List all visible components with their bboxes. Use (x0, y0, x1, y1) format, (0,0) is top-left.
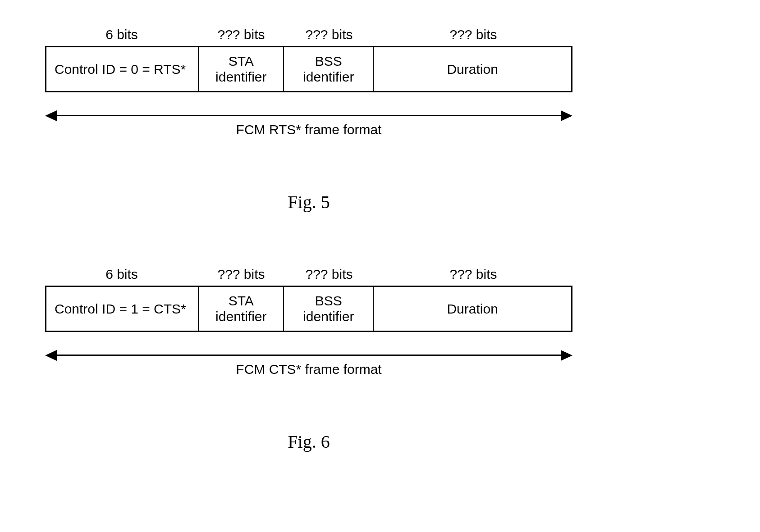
bit-label: ??? bits (284, 267, 374, 282)
cell-text: STA (229, 293, 254, 309)
frame-format-table: Control ID = 1 = CTS* STA identifier BSS… (45, 286, 572, 332)
cell-text: identifier (215, 309, 266, 325)
bss-identifier-cell: BSS identifier (284, 287, 374, 331)
bit-labels-row: 6 bits ??? bits ??? bits ??? bits (45, 267, 715, 282)
figure-caption: Fig. 6 (45, 431, 572, 452)
figure-5: 6 bits ??? bits ??? bits ??? bits Contro… (45, 27, 715, 213)
cell-text: STA (229, 54, 254, 69)
cell-text: identifier (303, 309, 354, 325)
bit-label: ??? bits (374, 27, 572, 42)
bit-label: ??? bits (374, 267, 572, 282)
cell-text: identifier (303, 69, 354, 85)
bit-label: 6 bits (45, 267, 198, 282)
sta-identifier-cell: STA identifier (199, 287, 284, 331)
bit-label: ??? bits (284, 27, 374, 42)
frame-format-table: Control ID = 0 = RTS* STA identifier BSS… (45, 46, 572, 92)
arrow-right-icon (561, 350, 572, 361)
bit-label: ??? bits (198, 27, 284, 42)
arrow-right-icon (561, 110, 572, 121)
arrow-caption: FCM RTS* frame format (45, 122, 572, 137)
double-arrow: FCM RTS* frame format (45, 110, 572, 142)
sta-identifier-cell: STA identifier (199, 47, 284, 91)
figure-6: 6 bits ??? bits ??? bits ??? bits Contro… (45, 267, 715, 452)
control-id-cell: Control ID = 0 = RTS* (46, 47, 199, 91)
bit-label: ??? bits (198, 267, 284, 282)
cell-text: BSS (315, 54, 342, 69)
bit-label: 6 bits (45, 27, 198, 42)
double-arrow: FCM CTS* frame format (45, 350, 572, 382)
duration-cell: Duration (374, 47, 571, 91)
arrow-line (52, 355, 565, 356)
figure-caption: Fig. 5 (45, 191, 572, 213)
duration-cell: Duration (374, 287, 571, 331)
cell-text: BSS (315, 293, 342, 309)
control-id-cell: Control ID = 1 = CTS* (46, 287, 199, 331)
arrow-caption: FCM CTS* frame format (45, 362, 572, 377)
cell-text: identifier (215, 69, 266, 85)
bss-identifier-cell: BSS identifier (284, 47, 374, 91)
bit-labels-row: 6 bits ??? bits ??? bits ??? bits (45, 27, 715, 42)
arrow-line (52, 115, 565, 116)
